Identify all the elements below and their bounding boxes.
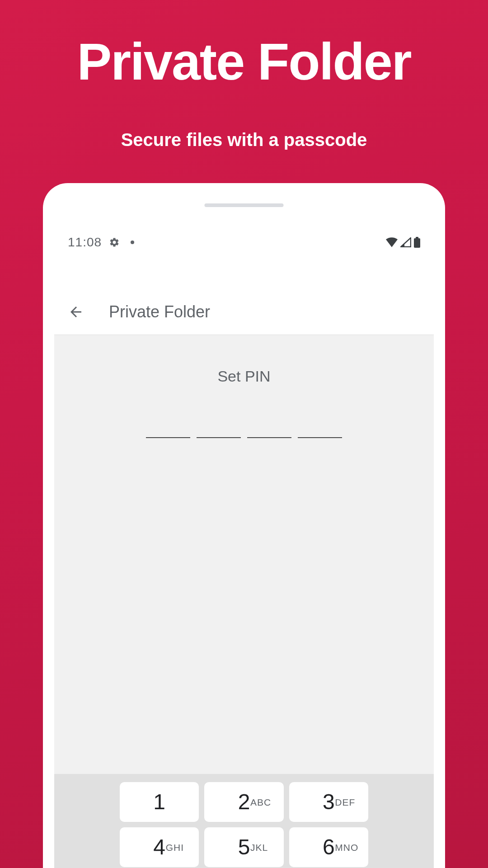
- svg-rect-1: [416, 237, 418, 239]
- set-pin-label: Set PIN: [54, 368, 434, 385]
- svg-rect-0: [414, 238, 420, 248]
- pin-input[interactable]: [54, 437, 434, 438]
- key-2[interactable]: 2 ABC: [204, 782, 283, 822]
- status-time: 11:08: [68, 235, 102, 250]
- key-1[interactable]: 1: [120, 782, 199, 822]
- status-right: [386, 237, 420, 248]
- pin-slot-3: [247, 437, 291, 438]
- key-num: 5: [238, 836, 250, 858]
- device-notch: [205, 203, 284, 207]
- pin-slot-1: [146, 437, 190, 438]
- key-letters: DEF: [335, 797, 355, 808]
- appbar-title: Private Folder: [109, 302, 210, 321]
- status-dot-icon: [131, 241, 134, 244]
- app-bar: Private Folder: [43, 294, 445, 330]
- gear-icon: [109, 237, 120, 248]
- promo-title: Private Folder: [0, 32, 488, 91]
- status-left: 11:08: [68, 235, 134, 250]
- key-num: 6: [323, 836, 335, 858]
- key-6[interactable]: 6 MNO: [289, 827, 368, 867]
- key-letters: JKL: [250, 842, 268, 853]
- keypad: 1 2 ABC 3 DEF 4 GHI 5 JKL 6 MNO: [54, 774, 434, 868]
- key-5[interactable]: 5 JKL: [204, 827, 283, 867]
- key-letters: ABC: [250, 797, 271, 808]
- wifi-icon: [386, 237, 398, 247]
- promo-subtitle: Secure files with a passcode: [0, 130, 488, 150]
- key-4[interactable]: 4 GHI: [120, 827, 199, 867]
- status-bar: 11:08: [68, 235, 420, 250]
- key-num: 3: [323, 791, 335, 813]
- pin-slot-4: [298, 437, 342, 438]
- key-3[interactable]: 3 DEF: [289, 782, 368, 822]
- content-area: Set PIN 1 2 ABC 3 DEF 4 GHI: [54, 335, 434, 868]
- signal-icon: [400, 237, 411, 247]
- key-num: 1: [153, 791, 165, 813]
- key-letters: GHI: [166, 842, 184, 853]
- device-frame: 11:08 Private Folder Set PIN: [43, 183, 445, 868]
- key-letters: MNO: [335, 842, 358, 853]
- key-num: 4: [153, 836, 165, 858]
- pin-slot-2: [197, 437, 241, 438]
- back-arrow-icon[interactable]: [68, 304, 84, 320]
- battery-icon: [414, 237, 420, 248]
- key-num: 2: [238, 791, 250, 813]
